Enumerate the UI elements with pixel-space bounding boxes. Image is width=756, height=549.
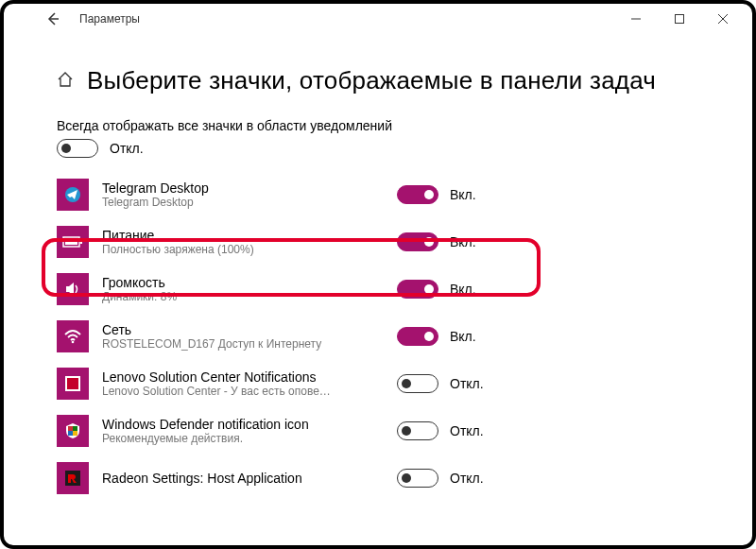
item-toggle-state: Откл.	[450, 376, 484, 391]
list-item-texts: СетьROSTELECOM_D167 Доступ к Интернету	[102, 322, 378, 351]
minimize-button[interactable]	[614, 4, 658, 34]
item-toggle-state: Вкл.	[450, 282, 476, 297]
list-item-sub: ROSTELECOM_D167 Доступ к Интернету	[102, 337, 378, 351]
wifi-icon	[57, 320, 89, 352]
volume-icon	[57, 273, 89, 305]
radeon-icon	[57, 462, 89, 494]
item-toggle[interactable]	[397, 469, 438, 488]
list-item: СетьROSTELECOM_D167 Доступ к ИнтернетуВк…	[57, 313, 699, 360]
list-item-sub: Полностью заряжена (100%)	[102, 243, 378, 256]
svg-rect-13	[73, 426, 77, 431]
always-show-state: Откл.	[110, 141, 144, 156]
item-toggle[interactable]	[397, 185, 438, 204]
minimize-icon	[631, 14, 641, 24]
list-item: Telegram DesktopTelegram DesktopВкл.	[57, 171, 699, 218]
window-title: Параметры	[79, 12, 140, 26]
list-item-name: Lenovo Solution Center Notifications	[102, 369, 378, 385]
list-item-sub: Динамики: 8%	[102, 290, 378, 303]
page-title: Выберите значки, отображаемые в панели з…	[87, 66, 656, 95]
list-item-texts: ГромкостьДинамики: 8%	[102, 275, 378, 303]
svg-rect-15	[73, 431, 77, 436]
list-item-name: Питание	[102, 228, 378, 243]
lenovo-icon	[57, 368, 89, 400]
close-button[interactable]	[701, 4, 745, 34]
list-item-texts: Telegram DesktopTelegram Desktop	[102, 180, 378, 209]
item-toggle-state: Вкл.	[450, 329, 476, 344]
battery-icon	[57, 226, 89, 258]
home-icon[interactable]	[57, 71, 74, 92]
item-toggle[interactable]	[397, 232, 438, 251]
list-item-name: Radeon Settings: Host Application	[102, 471, 378, 486]
list-item: ПитаниеПолностью заряжена (100%)Вкл.	[57, 218, 699, 266]
always-show-toggle[interactable]	[57, 139, 98, 158]
item-toggle[interactable]	[397, 280, 438, 299]
list-item: ГромкостьДинамики: 8%Вкл.	[57, 266, 699, 313]
svg-point-9	[72, 341, 75, 344]
list-item: Radeon Settings: Host ApplicationОткл.	[57, 455, 699, 502]
list-item-texts: ПитаниеПолностью заряжена (100%)	[102, 228, 378, 256]
list-item-name: Громкость	[102, 275, 378, 290]
item-toggle-state: Откл.	[450, 471, 484, 486]
item-toggle-state: Откл.	[450, 423, 484, 438]
svg-rect-12	[68, 426, 73, 431]
list-item: Windows Defender notification iconРекоме…	[57, 407, 699, 455]
list-item-name: Telegram Desktop	[102, 180, 378, 196]
item-toggle[interactable]	[397, 327, 438, 346]
back-button[interactable]	[42, 8, 64, 30]
back-arrow-icon	[45, 11, 60, 26]
item-toggle-state: Вкл.	[450, 187, 476, 202]
svg-rect-14	[68, 431, 73, 436]
list-item-texts: Radeon Settings: Host Application	[102, 471, 378, 486]
always-show-label: Всегда отображать все значки в области у…	[57, 118, 699, 133]
list-item-texts: Windows Defender notification iconРекоме…	[102, 417, 378, 445]
list-item-name: Windows Defender notification icon	[102, 417, 378, 432]
list-item-sub: Lenovo Solution Center - У вас есть опов…	[102, 385, 378, 398]
maximize-icon	[675, 14, 684, 24]
close-icon	[718, 14, 728, 24]
item-toggle[interactable]	[397, 374, 438, 393]
maximize-button[interactable]	[658, 4, 701, 34]
svg-rect-8	[80, 240, 82, 244]
list-item-texts: Lenovo Solution Center NotificationsLeno…	[102, 369, 378, 398]
item-toggle-state: Вкл.	[450, 234, 476, 249]
svg-rect-11	[67, 378, 78, 389]
list-item-sub: Telegram Desktop	[102, 196, 378, 209]
item-toggle[interactable]	[397, 421, 438, 440]
list-item-name: Сеть	[102, 322, 378, 337]
defender-icon	[57, 415, 89, 447]
svg-rect-2	[676, 15, 684, 24]
svg-rect-7	[65, 239, 77, 245]
list-item-sub: Рекомендуемые действия.	[102, 432, 378, 445]
telegram-icon	[57, 179, 89, 211]
list-item: Lenovo Solution Center NotificationsLeno…	[57, 360, 699, 407]
